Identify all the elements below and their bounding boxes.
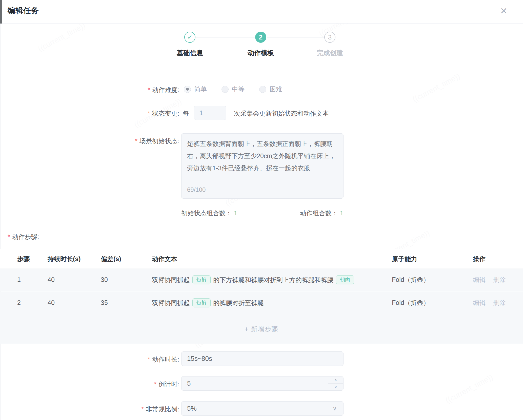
cell-duration: 40 <box>48 299 101 306</box>
difficulty-radio-group: 简单 中等 困难 <box>184 85 282 93</box>
state-change-suffix: 次采集会更新初始状态和动作文本 <box>234 109 329 118</box>
object-tag: 短裤 <box>192 275 211 284</box>
chevron-down-icon: ∨ <box>334 385 337 389</box>
field-unusual-ratio: *非常规比例: 5% ∨ <box>0 401 523 416</box>
table-row: 2 40 35 双臂协同抓起短裤的裤腰对折至裤腿 Fold（折叠） 编辑删除 <box>0 291 523 314</box>
cell-ability: Fold（折叠） <box>392 276 473 284</box>
add-step-button[interactable]: + 新增步骤 <box>245 325 278 333</box>
cell-step: 2 <box>17 299 48 306</box>
object-tag: 短裤 <box>192 298 211 307</box>
field-difficulty: *动作难度: 简单 中等 困难 <box>0 85 523 94</box>
countdown-input[interactable]: 5 <box>181 376 344 391</box>
radio-label: 困难 <box>270 85 282 93</box>
cell-ability: Fold（折叠） <box>392 299 473 307</box>
stepper-connector <box>267 37 324 37</box>
stepper-connector <box>196 37 255 37</box>
col-action-text: 动作文本 <box>152 255 392 263</box>
action-text-part: 双臂协同抓起 <box>152 299 190 306</box>
cell-operations: 编辑删除 <box>473 299 523 307</box>
state-change-prefix: 每 <box>183 109 189 118</box>
col-deviation: 偏差(s) <box>101 255 152 263</box>
field-countdown: *倒计时: 5 ∧ ∨ <box>0 376 523 391</box>
col-ability: 原子能力 <box>392 255 473 263</box>
wizard-stepper: ✓ 2 3 基础信息 动作模板 完成创建 <box>0 0 523 61</box>
initial-state-textarea[interactable]: 短裤五条数据背面朝上，五条数据正面朝上，裤腰朝右，离头部视野下方至少20cm之外… <box>181 133 344 199</box>
required-mark: * <box>148 356 150 363</box>
cell-deviation: 35 <box>101 299 152 306</box>
radio-label: 简单 <box>194 85 207 93</box>
required-mark: * <box>141 406 144 413</box>
required-mark: * <box>148 86 150 93</box>
col-duration: 持续时长(s) <box>48 255 101 263</box>
increment-button[interactable]: ∧ <box>328 376 343 384</box>
delete-link[interactable]: 删除 <box>493 276 506 283</box>
unusual-ratio-select[interactable]: 5% <box>181 401 344 416</box>
radio-medium[interactable]: 中等 <box>222 85 245 93</box>
action-duration-input[interactable]: 15s~80s <box>181 351 344 366</box>
radio-circle[interactable] <box>222 86 229 93</box>
required-mark: * <box>135 137 137 144</box>
step-3-circle: 3 <box>324 32 335 43</box>
step-3-label: 完成创建 <box>305 49 355 57</box>
radio-hard[interactable]: 困难 <box>259 85 282 93</box>
action-combo-count: 动作组合数：1 <box>300 209 344 217</box>
cell-action-text: 双臂协同抓起短裤的下方裤腿和裤腰对折到上方的裤腿和裤腰朝向 <box>152 275 392 284</box>
edit-link[interactable]: 编辑 <box>473 299 486 306</box>
difficulty-label: *动作难度: <box>0 86 179 94</box>
action-combo-label: 动作组合数： <box>300 209 338 217</box>
required-mark: * <box>154 381 156 388</box>
radio-simple[interactable]: 简单 <box>184 85 207 93</box>
required-mark: * <box>148 110 150 117</box>
action-combo-value: 1 <box>340 209 344 217</box>
edit-link[interactable]: 编辑 <box>473 276 486 283</box>
cell-duration: 40 <box>48 276 101 283</box>
step-2-circle: 2 <box>255 32 266 43</box>
step-1-label: 基础信息 <box>165 49 215 57</box>
action-text-part: 双臂协同抓起 <box>152 276 190 283</box>
initial-state-text: 短裤五条数据背面朝上，五条数据正面朝上，裤腰朝右，离头部视野下方至少20cm之外… <box>187 138 338 174</box>
field-state-change: *状态变更: 每 1 次采集会更新初始状态和动作文本 <box>0 106 523 120</box>
steps-table-header: 步骤 持续时长(s) 偏差(s) 动作文本 原子能力 操作 <box>0 249 523 268</box>
table-row: 1 40 30 双臂协同抓起短裤的下方裤腿和裤腰对折到上方的裤腿和裤腰朝向 Fo… <box>0 268 523 291</box>
action-text-part: 的下方裤腿和裤腰对折到上方的裤腿和裤腰 <box>213 276 333 283</box>
radio-circle[interactable] <box>259 86 266 93</box>
initial-state-label: *场景初始状态: <box>0 137 179 145</box>
initial-combo-value: 1 <box>234 209 237 217</box>
step-2-label: 动作模板 <box>235 49 286 57</box>
delete-link[interactable]: 删除 <box>493 299 506 306</box>
unusual-ratio-label: *非常规比例: <box>0 405 179 413</box>
cell-operations: 编辑删除 <box>473 276 523 284</box>
orientation-tag: 朝向 <box>336 275 354 284</box>
decrement-button[interactable]: ∨ <box>328 384 343 390</box>
field-action-duration: *动作时长: 15s~80s <box>0 351 523 366</box>
radio-label: 中等 <box>232 85 245 93</box>
radio-circle-selected[interactable] <box>184 86 191 93</box>
step-1-check-icon: ✓ <box>184 32 195 43</box>
char-counter: 69/100 <box>187 184 206 196</box>
state-change-label: *状态变更: <box>0 109 179 118</box>
countdown-label: *倒计时: <box>0 380 179 388</box>
action-text-part: 的裤腰对折至裤腿 <box>213 299 264 306</box>
state-change-input[interactable]: 1 <box>194 106 226 120</box>
cell-action-text: 双臂协同抓起短裤的裤腰对折至裤腿 <box>152 298 392 307</box>
field-initial-state: *场景初始状态: 短裤五条数据背面朝上，五条数据正面朝上，裤腰朝右，离头部视野下… <box>0 133 523 199</box>
action-duration-label: *动作时长: <box>0 355 179 364</box>
cell-step: 1 <box>17 276 48 283</box>
action-steps-label: *动作步骤: <box>8 233 39 241</box>
col-step: 步骤 <box>17 255 48 263</box>
initial-combo-count: 初始状态组合数：1 <box>181 209 237 217</box>
countdown-stepper: ∧ ∨ <box>328 376 343 390</box>
cell-deviation: 30 <box>101 276 152 283</box>
add-step-strip: + 新增步骤 <box>0 314 523 344</box>
combo-counts: 初始状态组合数：1 动作组合数：1 <box>0 209 523 218</box>
initial-combo-label: 初始状态组合数： <box>181 209 232 217</box>
required-mark: * <box>8 233 10 240</box>
col-operations: 操作 <box>473 255 523 263</box>
chevron-up-icon: ∧ <box>334 377 337 382</box>
